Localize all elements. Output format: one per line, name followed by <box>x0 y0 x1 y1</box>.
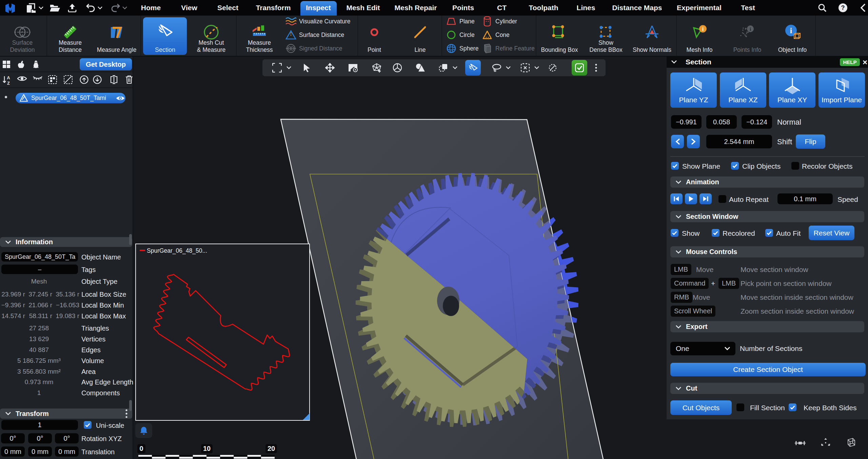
svg-text:i: i <box>750 26 751 32</box>
svg-text:i: i <box>702 26 704 32</box>
svg-text:?: ? <box>841 4 845 11</box>
svg-text:i: i <box>790 26 792 35</box>
svg-text:Z: Z <box>7 81 10 85</box>
svg-text:A: A <box>7 75 10 80</box>
